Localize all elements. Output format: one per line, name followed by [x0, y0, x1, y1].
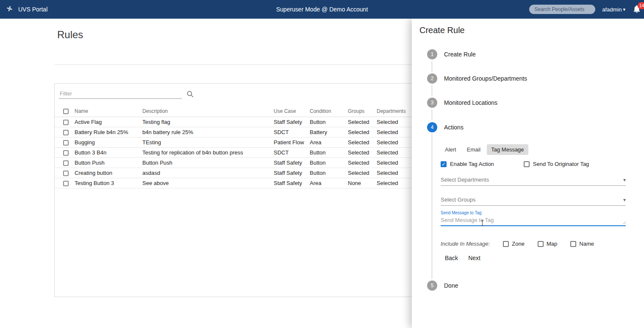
cell-groups: Selected [345, 127, 374, 137]
step-circle: 2 [427, 73, 437, 84]
message-textarea[interactable] [441, 216, 626, 225]
cell-description: b4n battery rule 25% [139, 127, 271, 137]
include-label: Include In Message: [441, 241, 490, 247]
tag-action-checkbox-row: ✓ Enable Tag Action Send To Originator T… [441, 161, 626, 167]
cell-use-case: Staff Safety [271, 178, 307, 188]
global-search-input[interactable] [529, 6, 595, 12]
row-checkbox[interactable] [63, 171, 69, 176]
caret-down-icon: ▾ [623, 177, 626, 182]
chevron-down-icon: ▾ [623, 7, 625, 12]
checkbox-label: Send To Originator Tag [533, 161, 589, 167]
checkbox-name[interactable]: Name [570, 241, 594, 247]
message-field [441, 216, 626, 226]
tab-tag-message[interactable]: Tag Message [487, 144, 528, 155]
cell-condition: Button [307, 117, 345, 127]
cell-use-case: Patient Flow [271, 137, 307, 147]
select-departments[interactable]: Select Departments ▾ [441, 177, 626, 186]
row-checkbox[interactable] [63, 140, 69, 146]
uvs-logo-icon [6, 5, 14, 14]
cell-condition: Button [307, 157, 345, 168]
step-circle: 4 [427, 122, 437, 132]
step-label: Create Rule [444, 51, 476, 58]
cell-name: Button 3 B4n [72, 147, 139, 157]
step-connector [432, 85, 432, 96]
row-checkbox[interactable] [63, 130, 69, 135]
step-label: Monitored Locations [444, 99, 497, 106]
step-buttons: Back Next [445, 255, 626, 261]
notifications-button[interactable]: 14 [632, 4, 643, 14]
table-filter [59, 89, 199, 101]
page-title: Rules [57, 29, 83, 41]
cell-groups: Selected [345, 117, 374, 127]
step-1-create-rule: 1 Create Rule [427, 49, 476, 59]
cell-name: Active Flag [72, 117, 139, 127]
select-all-checkbox[interactable] [63, 109, 69, 114]
cell-condition: Button [307, 168, 345, 178]
cell-condition: Area [307, 137, 345, 147]
cell-description: Button Push [139, 157, 271, 168]
checkbox-label: Name [579, 241, 594, 247]
cell-description: asdasd [139, 168, 271, 178]
cell-description: Testing flag [139, 117, 271, 127]
cell-groups: Selected [345, 147, 374, 157]
select-placeholder: Select Groups [441, 196, 475, 203]
cell-description: Testing for replication of b4n button pr… [139, 147, 271, 157]
row-checkbox[interactable] [63, 150, 69, 156]
cell-condition: Button [307, 147, 345, 157]
search-icon [186, 90, 194, 100]
user-menu[interactable]: afadmin ▾ [602, 6, 625, 13]
cell-use-case: Staff Safety [271, 117, 307, 127]
global-search [529, 5, 595, 14]
row-checkbox[interactable] [63, 181, 69, 186]
cell-condition: Battery [307, 127, 345, 137]
tab-alert[interactable]: Alert [441, 144, 461, 155]
step-2-monitored-groups-departments: 2 Monitored Groups/Departments [427, 73, 527, 84]
column-header-use-case: Use Case [271, 106, 307, 117]
brand: UVS Portal [6, 5, 47, 14]
text-cursor [482, 220, 483, 226]
step-4-actions: 4 Actions [427, 122, 464, 132]
cell-use-case: SDCT [271, 127, 307, 137]
column-header-description: Description [139, 106, 271, 117]
mode-title: Superuser Mode @ Demo Account [276, 6, 368, 13]
cell-use-case: SDCT [271, 147, 307, 157]
step-5-done: 5 Done [427, 280, 458, 291]
tab-email[interactable]: Email [463, 144, 485, 155]
checkbox-send-to-originator-tag[interactable]: Send To Originator Tag [524, 161, 589, 167]
cell-groups: None [345, 178, 374, 188]
checkbox-enable-tag-action[interactable]: ✓ Enable Tag Action [441, 161, 494, 167]
cell-groups: Selected [345, 157, 374, 168]
column-header-name: Name [72, 106, 139, 117]
notification-badge: 14 [638, 2, 644, 9]
checkbox-label: Zone [512, 241, 525, 247]
column-header-groups: Groups [345, 106, 374, 117]
row-checkbox[interactable] [63, 160, 69, 166]
checkbox-map[interactable]: Map [538, 241, 557, 247]
message-field-label: Send Message to Tag [441, 210, 626, 215]
next-button[interactable]: Next [468, 255, 480, 261]
unchecked-checkbox-icon [503, 241, 509, 247]
step-connector [432, 61, 432, 72]
create-rule-drawer: Create Rule 1 Create Rule 2 Monitored Gr… [412, 19, 644, 328]
unchecked-checkbox-icon [538, 241, 544, 247]
step-circle: 5 [427, 280, 437, 291]
row-checkbox[interactable] [63, 120, 69, 125]
action-tabs: Alert Email Tag Message [441, 144, 626, 155]
column-header-condition: Condition [307, 106, 345, 117]
step-label: Done [444, 282, 458, 289]
cell-groups: Selected [345, 137, 374, 147]
cell-name: Button Push [72, 157, 139, 168]
cell-use-case: Staff Safety [271, 168, 307, 178]
drawer-title: Create Rule [419, 25, 465, 35]
step-3-monitored-locations: 3 Monitored Locations [427, 98, 497, 108]
filter-input[interactable] [59, 89, 182, 99]
topbar-right: afadmin ▾ 14 [529, 4, 643, 14]
checkbox-zone[interactable]: Zone [503, 241, 525, 247]
cell-condition: Area [307, 178, 345, 188]
select-groups[interactable]: Select Groups ▾ [441, 196, 626, 206]
unchecked-checkbox-icon [524, 161, 530, 167]
cell-name: Battery Rule b4n 25% [72, 127, 139, 137]
back-button[interactable]: Back [445, 255, 458, 261]
select-placeholder: Select Departments [441, 177, 489, 183]
step-circle: 1 [427, 49, 437, 59]
